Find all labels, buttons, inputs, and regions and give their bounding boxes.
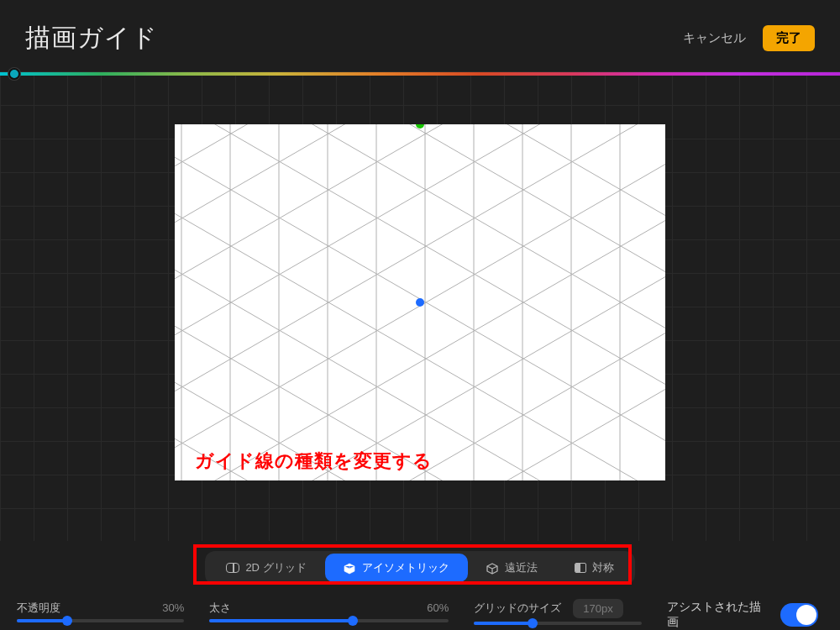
svg-line-26 (175, 180, 665, 480)
opacity-value: 30% (162, 601, 184, 614)
svg-line-13 (175, 124, 665, 425)
opacity-slider[interactable] (17, 619, 184, 622)
tab-label: アイソメトリック (362, 560, 449, 575)
cancel-button[interactable]: キャンセル (683, 30, 746, 46)
symmetry-icon (575, 563, 586, 573)
slider-thumb[interactable] (528, 618, 538, 628)
grid-size-value: 170px (573, 599, 622, 618)
assisted-drawing-toggle[interactable] (780, 603, 818, 627)
svg-line-33 (175, 124, 665, 368)
tab-label: 2D グリッド (245, 560, 306, 575)
svg-line-20 (175, 237, 665, 480)
canvas-preview[interactable]: ガイド線の種類を変更する (175, 124, 665, 480)
spectrum-handle[interactable] (8, 68, 20, 80)
grid-type-segmented: 2D グリッド アイソメトリック 遠近法 対称 (205, 551, 634, 585)
opacity-label: 不透明度 (17, 601, 60, 616)
assisted-drawing-row: アシストされた描画 (667, 600, 823, 630)
color-spectrum-slider[interactable] (0, 72, 840, 76)
tab-perspective[interactable]: 遠近法 (468, 554, 556, 582)
tab-isometric[interactable]: アイソメトリック (325, 554, 468, 582)
header: 描画ガイド キャンセル 完了 (0, 0, 840, 72)
grid-2d-icon (226, 563, 239, 573)
page-title: 描画ガイド (25, 21, 158, 55)
opacity-slider-group: 不透明度 30% (17, 601, 184, 622)
annotation-text: ガイド線の種類を変更する (195, 449, 433, 474)
thickness-label: 太さ (209, 601, 231, 616)
thickness-value: 60% (427, 601, 449, 614)
grid-size-slider-group: グリッドのサイズ 170px (474, 599, 641, 625)
grid-size-slider[interactable] (474, 622, 641, 625)
tab-label: 対称 (592, 560, 614, 575)
svg-line-34 (175, 124, 665, 312)
svg-line-36 (175, 124, 665, 199)
done-button[interactable]: 完了 (763, 25, 815, 51)
bottom-bar: 2D グリッド アイソメトリック 遠近法 対称 (0, 541, 840, 630)
center-handle[interactable] (416, 298, 424, 307)
svg-line-32 (175, 124, 665, 424)
toggle-knob (796, 605, 816, 625)
grid-type-segmented-wrap: 2D グリッド アイソメトリック 遠近法 対称 (0, 541, 840, 588)
tab-label: 遠近法 (505, 560, 538, 575)
svg-line-19 (175, 181, 665, 480)
tab-symmetry[interactable]: 対称 (556, 554, 633, 582)
slider-thumb[interactable] (62, 616, 72, 626)
slider-thumb[interactable] (348, 616, 358, 626)
thickness-slider-group: 太さ 60% (209, 601, 449, 622)
isometric-icon (344, 563, 356, 574)
sliders-row: 不透明度 30% 太さ 60% グリッドのサイズ 170px (0, 588, 840, 630)
svg-line-25 (175, 236, 665, 480)
perspective-icon (486, 563, 499, 574)
thickness-slider[interactable] (209, 619, 449, 622)
grid-size-label: グリッドのサイズ (474, 601, 561, 616)
assisted-drawing-label: アシストされた描画 (667, 600, 767, 630)
svg-line-12 (175, 124, 665, 369)
tab-2d-grid[interactable]: 2D グリッド (207, 554, 324, 582)
